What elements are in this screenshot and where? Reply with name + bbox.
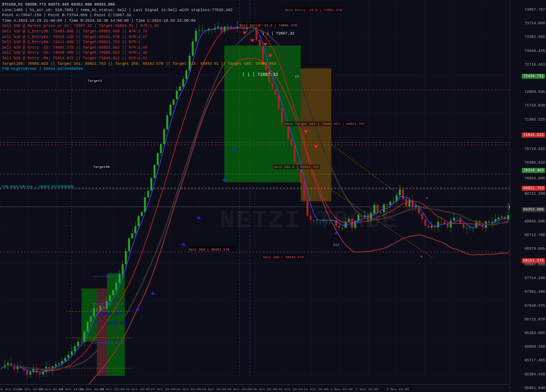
price-level-p68047: 68047.090 [524,262,545,267]
price-level-p69721: 69721.200 [524,192,545,196]
time-label: 30 Oct 18:00 [278,387,303,391]
time-label: 1 Nov 02:00 [330,387,353,391]
price-level-p67381: 67381.480 [524,290,545,294]
time-label: 26 Oct 02:00 [100,387,125,391]
price-level-p73049: 73049.425 [524,49,545,53]
price-level-p70719: 70719.615 [524,147,545,151]
price-level-p70216: 70216.483 [522,168,545,173]
price-level-p65717: 65717.455 [524,358,545,363]
time-label: 28 Oct 02:00 [176,387,201,391]
chart-container: BTCUSD,H1 69358.773 69373.945 69352.086 … [0,0,546,392]
time-axis: 22 Oct 202423 Oct 10:0024 Oct 02:0024 Oc… [0,384,510,392]
price-level-p65384: 65384.650 [524,372,545,377]
price-level-p74057: 74057.757 [524,8,545,12]
price-level-p72050: 72050.835 [524,90,545,94]
price-level-p69352: 69352.086 [522,208,545,212]
price-level-p71045: 71045.822 [522,133,545,137]
price-level-p68379: 68379.895 [524,247,545,251]
price-level-p69821: 69821.763 [522,186,545,190]
time-label: 31 Oct 10:00 [304,387,328,391]
time-label: 29 Oct 10:00 [227,387,252,391]
time-label: 1 Nov 18:00 [356,387,378,391]
price-level-p66715: 66715.870 [524,317,545,322]
price-level-p73714: 73714.868 [524,21,545,26]
price-level-p65051: 65051.848 [524,386,545,390]
time-label: 30 Oct 02:00 [253,387,278,391]
price-level-p73382: 73382.965 [524,35,545,39]
chart-canvas [0,0,546,392]
price-level-p70386: 70386.810 [524,161,545,165]
price-level-p72716: 72716.453 [524,63,545,67]
time-label: 28 Oct 18:00 [202,387,227,391]
time-label: 27 Oct 10:00 [151,387,176,391]
price-level-p70054: 70054.005 [524,176,545,181]
price-level-p67048: 67048.675 [524,304,545,308]
price-level-p72430: 72430.751 [522,74,545,78]
time-label: 2 Nov 10:00 [386,387,409,391]
price-level-p68712: 68712.700 [524,233,545,237]
price-level-p66050: 66050.260 [524,345,545,349]
price-level-p71385: 71385.225 [524,118,545,122]
price-level-p71718: 71718.038 [524,104,545,108]
price-level-p66383: 66383.065 [524,331,545,335]
price-scale: 74057.75773714.86873382.96573049.4257271… [510,0,546,392]
price-level-p69045: 69045.505 [524,219,545,224]
time-label: 26 Oct 18:00 [125,387,150,391]
price-level-p67714: 67714.248 [524,276,545,280]
